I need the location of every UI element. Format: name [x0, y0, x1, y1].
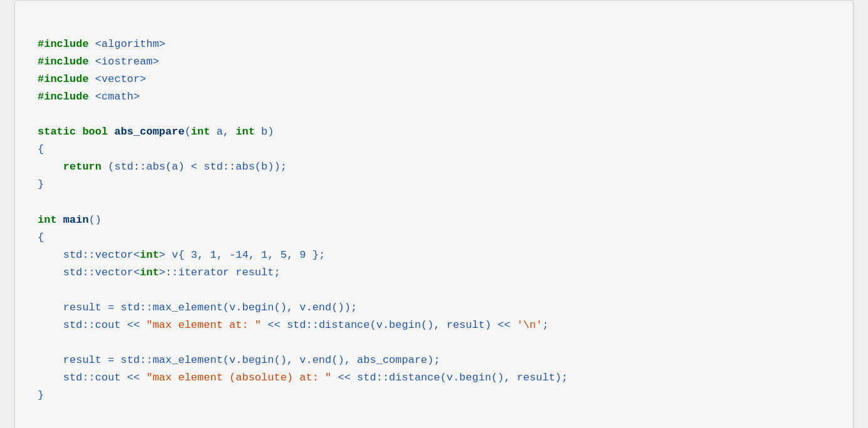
line-include3: #include <vector>: [38, 73, 146, 85]
line-close-brace1: }: [38, 178, 44, 190]
line-func-decl: static bool abs_compare(int a, int b): [38, 126, 274, 138]
line-include2: #include <iostream>: [38, 56, 159, 68]
line-include1: #include <algorithm>: [38, 38, 165, 50]
line-close-brace2: }: [38, 389, 44, 401]
line-result1: result = std::max_element(v.begin(), v.e…: [38, 302, 357, 313]
line-open-brace1: {: [38, 143, 44, 155]
line-vector1: std::vector<int> v{ 3, 1, -14, 1, 5, 9 }…: [38, 249, 325, 261]
code-container: #include <algorithm> #include <iostream>…: [14, 0, 854, 428]
line-main-decl: int main(): [38, 214, 101, 226]
line-cout2: std::cout << "max element (absolute) at:…: [38, 372, 568, 384]
line-return: return (std::abs(a) < std::abs(b));: [38, 161, 287, 173]
line-include4: #include <cmath>: [38, 91, 140, 103]
line-vector2: std::vector<int>::iterator result;: [38, 267, 281, 278]
code-block: #include <algorithm> #include <iostream>…: [38, 18, 830, 422]
line-open-brace2: {: [38, 232, 44, 243]
line-result2: result = std::max_element(v.begin(), v.e…: [38, 354, 440, 366]
line-cout1: std::cout << "max element at: " << std::…: [38, 319, 549, 331]
